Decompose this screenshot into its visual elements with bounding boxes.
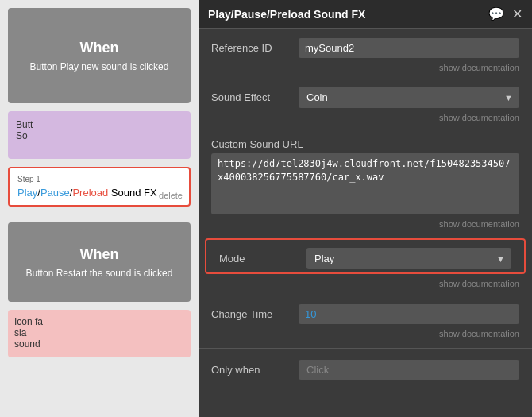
divider: [199, 348, 532, 349]
preload-text: Preload: [72, 187, 108, 199]
custom-url-input[interactable]: https://dd7tel2830j4w.cloudfront.net/f15…: [211, 153, 519, 214]
sound-effect-label: Sound Effect: [211, 91, 299, 103]
dialog-header-icons: 💬 ✕: [488, 6, 522, 21]
custom-url-doc[interactable]: show documentation: [199, 218, 532, 235]
pause-text: Pause: [40, 187, 70, 199]
dialog: Play/Pause/Preload Sound FX 💬 ✕ Referenc…: [199, 0, 532, 417]
reference-id-row: Reference ID: [199, 29, 532, 61]
dialog-body: Reference ID show documentation Sound Ef…: [199, 29, 532, 417]
mode-doc[interactable]: show documentation: [199, 277, 532, 295]
when-desc-2: Button Restart the sound is clicked: [26, 268, 173, 279]
only-when-label: Only when: [211, 364, 299, 376]
change-time-doc[interactable]: show documentation: [199, 327, 532, 345]
when-block-1: When Button Play new sound is clicked: [8, 8, 191, 103]
dialog-title: Play/Pause/Preload Sound FX: [208, 8, 365, 21]
mode-label: Mode: [219, 253, 306, 264]
mode-select-wrap: Play Pause Preload ▼: [306, 248, 511, 269]
when-block-2: When Button Restart the sound is clicked: [8, 222, 191, 302]
when-title-1: When: [80, 40, 119, 56]
only-when-row: Only when Click: [199, 352, 532, 386]
sound-effect-select[interactable]: Coin Click Beep Buzz: [299, 87, 519, 108]
play-text: Play: [17, 187, 37, 199]
left-panel: When Button Play new sound is clicked Bu…: [0, 0, 199, 417]
mode-select[interactable]: Play Pause Preload: [306, 248, 511, 269]
change-time-input[interactable]: [299, 304, 519, 324]
icon-placeholder-text: Icon faslasound: [14, 316, 43, 349]
step-delete[interactable]: delete: [159, 191, 183, 200]
comment-icon[interactable]: 💬: [488, 6, 504, 21]
icon-placeholder: Icon faslasound: [8, 310, 191, 357]
when-desc-1: Button Play new sound is clicked: [30, 61, 169, 72]
custom-url-label: Custom Sound URL: [211, 138, 519, 150]
sound-effect-row: Sound Effect Coin Click Beep Buzz ▼: [199, 79, 532, 111]
when-title-2: When: [80, 246, 119, 263]
sound-effect-select-wrap: Coin Click Beep Buzz ▼: [299, 87, 519, 108]
button-placeholder: ButtSo: [8, 111, 191, 159]
only-when-value[interactable]: Click: [299, 360, 519, 380]
reference-id-doc[interactable]: show documentation: [199, 61, 532, 79]
step-label: Step 1: [17, 175, 181, 183]
step-block[interactable]: Step 1 Play/Pause/Preload Sound FX delet…: [8, 167, 191, 207]
reference-id-label: Reference ID: [211, 42, 299, 54]
mode-row: Mode Play Pause Preload ▼: [205, 238, 526, 274]
button-placeholder-text: ButtSo: [16, 119, 33, 141]
custom-url-row: Custom Sound URL https://dd7tel2830j4w.c…: [199, 129, 532, 218]
sound-effect-doc[interactable]: show documentation: [199, 111, 532, 129]
dialog-header: Play/Pause/Preload Sound FX 💬 ✕: [199, 0, 532, 29]
close-icon[interactable]: ✕: [512, 6, 522, 21]
step-title: Play/Pause/Preload Sound FX: [17, 187, 181, 199]
change-time-label: Change Time: [211, 308, 299, 320]
change-time-row: Change Time: [199, 295, 532, 327]
reference-id-input[interactable]: [299, 38, 519, 58]
